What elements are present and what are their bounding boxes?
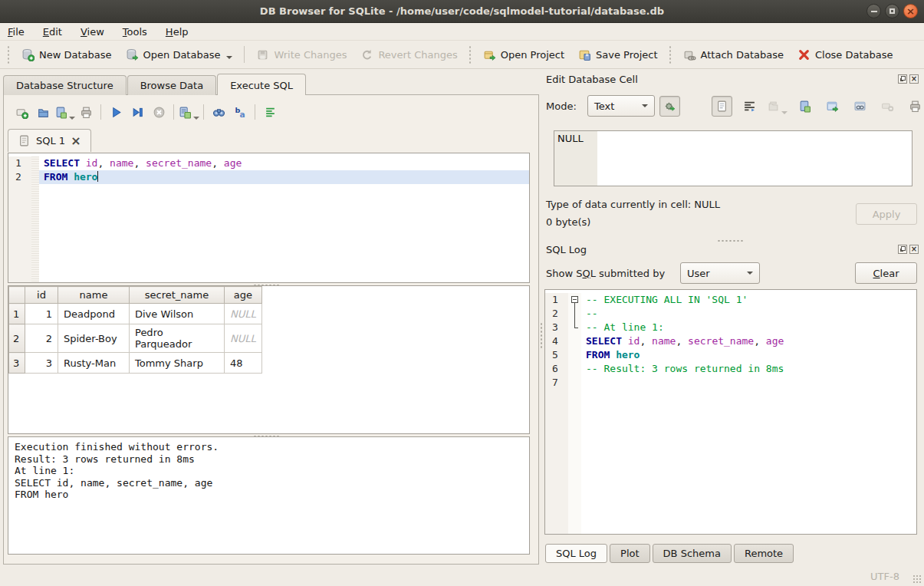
table-cell[interactable]: 3 [25, 353, 58, 374]
tab-execute-sql[interactable]: Execute SQL [217, 74, 306, 95]
minimize-button[interactable] [866, 4, 881, 18]
new-sql-tab-button[interactable] [11, 102, 32, 122]
table-cell[interactable]: NULL [225, 304, 262, 324]
table-cell[interactable]: Pedro Parqueador [130, 324, 225, 353]
table-cell[interactable]: Rusty-Man [58, 353, 130, 374]
close-button[interactable]: × [903, 4, 918, 18]
row-header[interactable]: 2 [9, 324, 25, 353]
chevron-down-icon[interactable] [69, 117, 75, 120]
open-sql-file-button[interactable] [32, 102, 54, 122]
column-header-age[interactable]: age [225, 287, 262, 304]
maximize-button[interactable] [885, 4, 899, 18]
auto-apply-icon[interactable] [659, 96, 680, 117]
table-cell[interactable]: Tommy Sharp [130, 353, 225, 374]
table-cell[interactable]: Deadpond [58, 304, 130, 324]
row-header[interactable]: 1 [9, 304, 25, 324]
cell-type-info: Type of data currently in cell: NULL [546, 199, 720, 210]
table-cell[interactable]: 48 [225, 353, 262, 374]
cell-mode-select[interactable]: Text [587, 95, 655, 117]
open-database-button[interactable]: Open Database [119, 44, 240, 65]
attach-database-button[interactable]: Attach Database [676, 44, 791, 65]
chevron-down-icon[interactable] [226, 56, 232, 59]
print-button[interactable] [75, 102, 97, 122]
code-line: 7 [545, 376, 916, 390]
find-button[interactable] [208, 102, 229, 122]
column-header-secret_name[interactable]: secret_name [130, 287, 225, 304]
table-cell[interactable]: Spider-Boy [58, 324, 130, 353]
save-project-button[interactable]: Save Project [571, 44, 665, 65]
encoding-indicator[interactable]: UTF-8 [870, 571, 899, 582]
clear-log-button[interactable]: Clear [855, 262, 917, 284]
bottom-tab-db-schema[interactable]: DB Schema [653, 544, 732, 563]
word-wrap-button[interactable] [739, 96, 760, 117]
close-dock-icon[interactable]: × [909, 74, 919, 84]
toolbar-drag-handle[interactable] [7, 45, 11, 64]
toolbar-separator [100, 104, 101, 120]
auto-completion-button[interactable]: ba [229, 102, 251, 122]
row-header[interactable]: 3 [9, 353, 25, 374]
close-dock-icon[interactable]: × [909, 245, 919, 254]
import-cell-button[interactable] [767, 96, 788, 117]
table-cell[interactable]: 1 [25, 304, 58, 324]
float-dock-icon[interactable] [898, 74, 907, 84]
execute-line-button[interactable] [127, 102, 148, 122]
sql-log-filter-select[interactable]: User [680, 262, 760, 284]
menu-edit[interactable]: Edit [43, 26, 62, 38]
stop-button[interactable] [148, 102, 169, 122]
set-null-button[interactable] [877, 96, 898, 117]
new-database-button[interactable]: New Database [15, 44, 119, 65]
column-header-name[interactable]: name [58, 287, 130, 304]
print-cell-button[interactable] [905, 96, 924, 117]
apply-cell-button[interactable] [822, 96, 843, 117]
open-url-button[interactable] [850, 96, 870, 117]
save-sql-file-icon [54, 106, 67, 119]
menu-view[interactable]: View [81, 26, 104, 38]
close-database-button[interactable]: Close Database [791, 44, 900, 65]
close-sql-tab-icon[interactable]: × [71, 135, 81, 147]
save-sql-file-button[interactable] [54, 102, 75, 122]
export-cell-button[interactable] [794, 96, 815, 117]
bottom-tab-bar: SQL LogPlotDB SchemaRemote [545, 544, 794, 563]
float-dock-icon[interactable] [898, 245, 907, 254]
execute-all-button[interactable] [105, 102, 127, 122]
open-project-button[interactable]: Open Project [476, 44, 571, 65]
fold-margin[interactable] [568, 293, 581, 307]
column-header-id[interactable]: id [25, 287, 58, 304]
chevron-down-icon[interactable] [781, 111, 788, 114]
resize-grip[interactable] [912, 574, 922, 584]
edit-cell-toolbar [712, 96, 924, 117]
save-results-button[interactable] [178, 102, 199, 122]
chevron-down-icon[interactable] [193, 117, 199, 120]
toolbar-drag-handle[interactable] [669, 45, 672, 64]
bottom-tab-plot[interactable]: Plot [610, 544, 650, 563]
bottom-tab-sql-log[interactable]: SQL Log [545, 544, 607, 563]
bottom-tab-remote[interactable]: Remote [734, 544, 794, 563]
toolbar-button-label: New Database [39, 49, 112, 61]
edit-cell-title: Edit Database Cell [546, 74, 638, 85]
apply-button[interactable]: Apply [856, 203, 917, 225]
format-sql-icon [264, 106, 277, 119]
toolbar-button-label: Open Project [501, 49, 564, 61]
text-view-button[interactable] [712, 96, 732, 117]
revert-changes-icon [360, 48, 373, 61]
write-changes-button[interactable]: Write Changes [249, 44, 353, 65]
sql-log-view[interactable]: 1-- EXECUTING ALL IN 'SQL 1'2--3-- At li… [544, 289, 917, 535]
menu-file[interactable]: File [8, 26, 25, 38]
sql-editor[interactable]: 1SELECT id, name, secret_name, age2FROM … [8, 153, 530, 283]
fold-collapse-icon[interactable] [571, 296, 578, 303]
table-cell[interactable]: 2 [25, 324, 58, 353]
panel-splitter-handle[interactable] [540, 322, 543, 348]
table-cell[interactable]: NULL [225, 324, 262, 353]
tab-browse-data[interactable]: Browse Data [127, 75, 217, 95]
sql-editor-tab[interactable]: SQL 1 × [8, 129, 91, 152]
apply-cell-icon [826, 100, 839, 113]
cell-value-editor[interactable]: NULL [554, 130, 912, 186]
toolbar-drag-handle[interactable] [469, 45, 472, 64]
table-cell[interactable]: Dive Wilson [130, 304, 225, 324]
menu-help[interactable]: Help [166, 26, 189, 38]
menu-tools[interactable]: Tools [123, 26, 147, 38]
line-number: 5 [545, 348, 568, 362]
tab-database-structure[interactable]: Database Structure [3, 75, 127, 95]
revert-changes-button[interactable]: Revert Changes [353, 44, 464, 65]
format-sql-button[interactable] [259, 102, 281, 122]
